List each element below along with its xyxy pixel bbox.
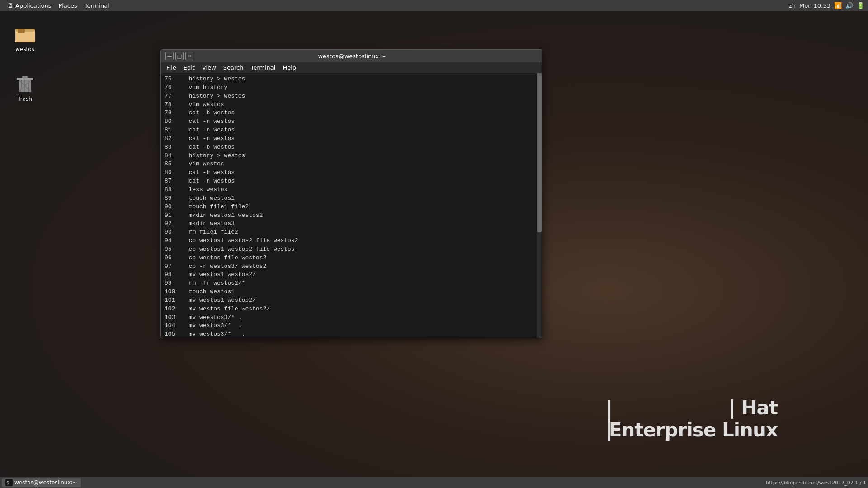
terminal-window-buttons: — □ ✕ — [165, 52, 193, 60]
maximize-button[interactable]: □ — [175, 52, 184, 60]
terminal-content[interactable]: 75 history > westos76 vim history77 hist… — [161, 73, 542, 338]
home-folder-icon — [14, 23, 36, 44]
terminal-lines: 75 history > westos76 vim history77 hist… — [165, 75, 538, 338]
trash-icon-label: Trash — [18, 96, 32, 102]
terminal-label: Terminal — [85, 2, 109, 9]
terminal-history-line: 91 mkdir westos1 westos2 — [165, 211, 538, 220]
terminal-history-line: 90 touch file1 file2 — [165, 203, 538, 211]
terminal-history-line: 83 cat -b westos — [165, 143, 538, 152]
terminal-history-line: 78 vim westos — [165, 101, 538, 109]
terminal-history-line: 84 history > westos — [165, 152, 538, 160]
desktop-icon-trash[interactable]: Trash — [7, 70, 43, 105]
places-label: Places — [58, 2, 77, 9]
top-panel-left: 🖥 Applications Places Terminal — [4, 0, 113, 11]
terminal-menu-terminal[interactable]: Terminal — [247, 62, 279, 73]
datetime: Mon 10:53 — [799, 2, 830, 9]
terminal-scrollbar[interactable] — [537, 73, 542, 338]
terminal-history-line: 103 mv weestos3/* . — [165, 314, 538, 322]
terminal-menu-help[interactable]: Help — [279, 62, 300, 73]
taskbar-terminal-icon: $ — [5, 479, 13, 486]
wifi-icon[interactable]: 📶 — [834, 2, 842, 9]
svg-text:$: $ — [6, 480, 9, 485]
terminal-menubar: File Edit View Search Terminal Help — [161, 62, 542, 73]
top-panel-right: zh Mon 10:53 📶 🔊 🔋 — [789, 2, 864, 9]
terminal-titlebar: — □ ✕ westos@westoslinux:~ — [161, 50, 542, 62]
terminal-history-line: 86 cat -b westos — [165, 169, 538, 177]
terminal-menu-edit[interactable]: Edit — [180, 62, 198, 73]
terminal-history-line: 102 mv westos file westos2/ — [165, 305, 538, 314]
terminal-history-line: 98 mv westos1 westos2/ — [165, 271, 538, 279]
terminal-history-line: 80 cat -n westos — [165, 117, 538, 126]
places-menu[interactable]: Places — [55, 0, 80, 11]
redhat-line1: | Hat — [609, 397, 778, 419]
redhat-logo-text: | Hat Enterprise Linux — [609, 397, 778, 441]
taskbar-terminal-label: westos@westoslinux:~ — [14, 479, 77, 486]
applications-label: Applications — [15, 2, 51, 9]
battery-icon[interactable]: 🔋 — [857, 2, 864, 9]
top-panel: 🖥 Applications Places Terminal zh Mon 10… — [0, 0, 868, 11]
minimize-button[interactable]: — — [165, 52, 174, 60]
terminal-history-line: 94 cp westos1 westos2 file westos2 — [165, 237, 538, 245]
terminal-menu-view[interactable]: View — [198, 62, 220, 73]
terminal-history-line: 87 cat -n westos — [165, 177, 538, 186]
terminal-history-line: 97 cp -r westos3/ westos2 — [165, 263, 538, 271]
terminal-history-line: 77 history > westos — [165, 92, 538, 101]
svg-rect-1 — [15, 31, 35, 42]
terminal-history-line: 105 mv westos3/* . — [165, 330, 538, 338]
terminal-scrollbar-thumb[interactable] — [537, 73, 542, 232]
desktop-icon-home[interactable]: westos — [7, 20, 43, 55]
volume-icon[interactable]: 🔊 — [845, 2, 853, 9]
terminal-history-line: 81 cat -n weatos — [165, 126, 538, 135]
terminal-history-line: 95 cp westos1 westos2 file westos — [165, 245, 538, 254]
trash-icon — [14, 72, 36, 94]
applications-icon: 🖥 — [7, 2, 14, 9]
terminal-history-line: 82 cat -n westos — [165, 135, 538, 143]
svg-rect-2 — [18, 29, 25, 33]
terminal-title: westos@westoslinux:~ — [193, 53, 510, 60]
terminal-menu-file[interactable]: File — [163, 62, 180, 73]
terminal-history-line: 85 vim westos — [165, 160, 538, 169]
terminal-history-line: 79 cat -b westos — [165, 109, 538, 117]
terminal-history-line: 75 history > westos — [165, 75, 538, 84]
taskbar-terminal-item[interactable]: $ westos@westoslinux:~ — [2, 478, 81, 487]
terminal-menu[interactable]: Terminal — [81, 0, 113, 11]
bottom-panel: $ westos@westoslinux:~ https://blog.csdn… — [0, 477, 868, 488]
terminal-history-line: 99 rm -fr westos2/* — [165, 279, 538, 288]
terminal-history-line: 92 mkdir westos3 — [165, 220, 538, 228]
terminal-history-line: 104 mv westos3/* . — [165, 322, 538, 330]
terminal-history-line: 88 less westos — [165, 186, 538, 194]
bottom-right-info: https://blog.csdn.net/wes12017_07 1 / 1 — [766, 480, 866, 486]
terminal-history-line: 100 touch westos1 — [165, 288, 538, 296]
applications-menu[interactable]: 🖥 Applications — [4, 0, 55, 11]
terminal-history-line: 76 vim history — [165, 84, 538, 92]
terminal-history-line: 89 touch westos1 — [165, 194, 538, 203]
terminal-menu-search[interactable]: Search — [220, 62, 247, 73]
redhat-line2: Enterprise Linux — [609, 419, 778, 441]
svg-rect-10 — [22, 76, 28, 78]
terminal-history-line: 93 rm file1 file2 — [165, 228, 538, 237]
terminal-window: — □ ✕ westos@westoslinux:~ File Edit Vie… — [160, 49, 542, 338]
close-button[interactable]: ✕ — [185, 52, 193, 60]
home-icon-label: westos — [15, 46, 34, 52]
desktop: westos Trash | Hat Enterprise Linux — [0, 11, 868, 477]
locale-indicator: zh — [789, 2, 796, 9]
terminal-history-line: 101 mv westos1 westos2/ — [165, 296, 538, 305]
terminal-history-line: 96 cp westos file westos2 — [165, 254, 538, 263]
